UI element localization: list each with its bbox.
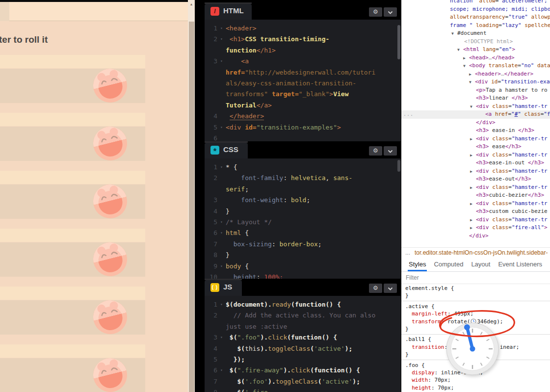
text-token: }); <box>226 356 245 363</box>
hamster-ball[interactable] <box>90 123 131 164</box>
label-band <box>0 344 145 358</box>
html-editor-scrollbar-thumb[interactable] <box>397 25 400 59</box>
dom-tree-row[interactable]: ▶<head>…</head> <box>401 54 550 62</box>
js-code-area[interactable]: 1▾$(document).ready(function() {2 // Add… <box>205 296 401 392</box>
style-declaration[interactable]: } <box>405 292 550 299</box>
dom-tree-row[interactable]: ▶<div class="hamster-tr <box>401 216 550 224</box>
html-code-area[interactable]: 1▾<header>2▾ <h1>CSS transition-timing-f… <box>205 20 401 141</box>
style-declaration[interactable]: element.style { <box>405 285 550 292</box>
css-collapse-button[interactable] <box>384 146 397 156</box>
dom-tree-row[interactable]: <h3>custom cubic-bezie <box>401 208 550 216</box>
code-line: 5 }); <box>205 354 401 365</box>
html-settings-button[interactable]: ⚙ <box>369 7 382 17</box>
dom-tree-row[interactable]: <h3>ease-in-out </h3> <box>401 159 550 167</box>
js-collapse-button[interactable] <box>384 284 397 293</box>
dom-tree-row[interactable]: ...<a href="#" class="f <box>401 110 550 119</box>
expand-arrow-icon: ▶ <box>470 135 476 144</box>
clock-hand-tip[interactable] <box>464 324 470 330</box>
dom-tree-row[interactable]: <h3> ease</h3> <box>401 143 550 151</box>
hamster-ball[interactable] <box>90 181 131 222</box>
fold-caret-icon[interactable]: ▾ <box>217 228 226 238</box>
dom-tree-row[interactable]: </div> <box>401 232 550 240</box>
tab-computed[interactable]: Computed <box>433 258 464 271</box>
code-line: transforms" target="_blank">View <box>205 89 401 100</box>
dom-tree-row[interactable]: scope; microphone; midi; clipbo <box>401 5 550 14</box>
preview-scrollbar[interactable]: ▲ <box>188 0 195 392</box>
text-token: toggleClass <box>276 378 318 385</box>
hamster-ball[interactable] <box>90 297 131 338</box>
css-editor-scrollbar-thumb[interactable] <box>397 160 400 172</box>
text-token: 'active' <box>314 345 345 352</box>
dom-tree-row[interactable]: <h3> ease-in </h3> <box>401 127 550 135</box>
style-declaration[interactable]: width: 70px; <box>405 376 550 384</box>
dom-tree-row[interactable]: ▼<div id="transition-exam <box>401 78 550 86</box>
text-token: bold <box>291 196 306 204</box>
text-token: $( <box>226 334 237 341</box>
fold-caret-icon[interactable]: ▾ <box>217 122 226 133</box>
fold-caret-icon[interactable]: ▾ <box>217 217 226 228</box>
dom-tree-row[interactable]: ▶<div class="fire-all"> <box>401 224 550 232</box>
tab-layout[interactable]: Layout <box>470 258 491 271</box>
angle-clock-popup[interactable] <box>444 320 501 377</box>
css-code-area[interactable]: 1▾* {2 font-family: helvetica, sans-seri… <box>205 158 401 279</box>
styles-filter-input[interactable]: Filter <box>401 272 550 284</box>
fold-caret-icon[interactable]: ▾ <box>217 261 226 272</box>
dom-tree-row[interactable]: ▼<div class="hamster-tr <box>401 103 550 111</box>
fold-gutter <box>217 272 226 279</box>
dom-tree-row[interactable]: </div> <box>401 119 550 127</box>
fold-caret-icon[interactable]: ▾ <box>217 34 226 45</box>
js-panel-icon: ( ) <box>210 283 219 292</box>
fold-caret-icon[interactable]: ▾ <box>217 23 226 34</box>
css-panel-label: CSS <box>223 145 238 154</box>
dom-tree-row[interactable]: <!DOCTYPE html> <box>401 38 550 46</box>
breadcrumb-path[interactable]: tor.editor.state-htmlOn-cssOn-jsOn.twili… <box>415 248 548 258</box>
breadcrumb[interactable]: ... tor.editor.state-htmlOn-cssOn-jsOn.t… <box>401 247 550 258</box>
dom-tree-row[interactable]: ▶<div class="hamster-tr <box>401 151 550 159</box>
text-token: font-weight <box>226 196 283 204</box>
dom-tree-row[interactable]: allowtransparency="true" allowp <box>401 13 550 22</box>
hamster-ball[interactable] <box>90 355 131 392</box>
text-token: CSS transition-timing- <box>245 35 329 43</box>
fold-caret-icon[interactable]: ▾ <box>217 332 226 343</box>
code-line: just use :active <box>205 321 401 332</box>
js-settings-button[interactable]: ⚙ <box>369 284 382 293</box>
style-declaration[interactable]: .active { <box>405 303 550 310</box>
dom-tree-row[interactable]: ▶<div class="hamster-tr <box>401 135 550 143</box>
hamster-ball[interactable] <box>90 65 131 106</box>
fold-caret-icon[interactable]: ▾ <box>217 365 226 376</box>
row-more-icon[interactable]: ... <box>403 110 414 119</box>
breadcrumb-overflow-icon[interactable]: ... <box>405 248 410 258</box>
preview-scrollbar-thumb[interactable] <box>189 22 194 392</box>
dom-tree-row[interactable]: <h3>ease-out</h3> <box>401 175 550 183</box>
tab-styles[interactable]: Styles <box>408 258 427 271</box>
text-token: <h3> <box>476 192 489 198</box>
scroll-up-arrow-icon[interactable]: ▲ <box>188 1 195 8</box>
css-editor-panel: * CSS ⚙ 1▾* {2 font-family: helvetica, s… <box>205 141 401 279</box>
dom-tree-row[interactable]: frame " loading="lazy" spellche <box>401 22 550 30</box>
dom-tree-row[interactable]: <p>Tap a hamster to ro <box>401 86 550 95</box>
fold-gutter <box>217 310 226 321</box>
hamster-ball[interactable] <box>90 239 131 280</box>
dom-tree-row[interactable]: ▶<div class="hamster-tr <box>401 167 550 176</box>
fold-caret-icon[interactable]: ▾ <box>217 299 226 310</box>
dom-tree-row[interactable]: ▼<html lang="en"> <box>401 46 550 54</box>
dom-tree-row[interactable]: <h3>cubic-bezier</h3> <box>401 191 550 200</box>
css-settings-button[interactable]: ⚙ <box>369 146 382 156</box>
text-token: " <box>511 111 515 117</box>
dom-tree-row[interactable]: ▶<div class="hamster-tr <box>401 183 550 192</box>
fold-caret-icon[interactable]: ▾ <box>217 162 226 173</box>
dom-tree-row[interactable]: ▶<div class="hamster-tr <box>401 200 550 208</box>
tab-event-listeners[interactable]: Event Listeners <box>497 258 543 271</box>
fold-gutter <box>217 89 226 100</box>
fold-caret-icon[interactable]: ▾ <box>217 56 226 67</box>
dom-tree-row[interactable]: ▶<header>…</header> <box>401 70 550 78</box>
style-declaration[interactable]: height: 70px; <box>405 384 550 392</box>
dom-tree-row[interactable]: ▼<body translate="no" data- <box>401 62 550 70</box>
expand-arrow-icon: ▼ <box>470 103 476 111</box>
style-declaration[interactable]: margin-left: 495px; <box>405 310 550 317</box>
html-collapse-button[interactable] <box>384 7 397 17</box>
dom-tree-row[interactable]: <h3>linear </h3> <box>401 94 550 103</box>
dom-tree-row[interactable]: ▼#document <box>401 29 550 38</box>
dom-tree-row[interactable]: ntation" allow="accelerometer; <box>401 0 550 5</box>
text-token: <p> <box>476 87 486 93</box>
